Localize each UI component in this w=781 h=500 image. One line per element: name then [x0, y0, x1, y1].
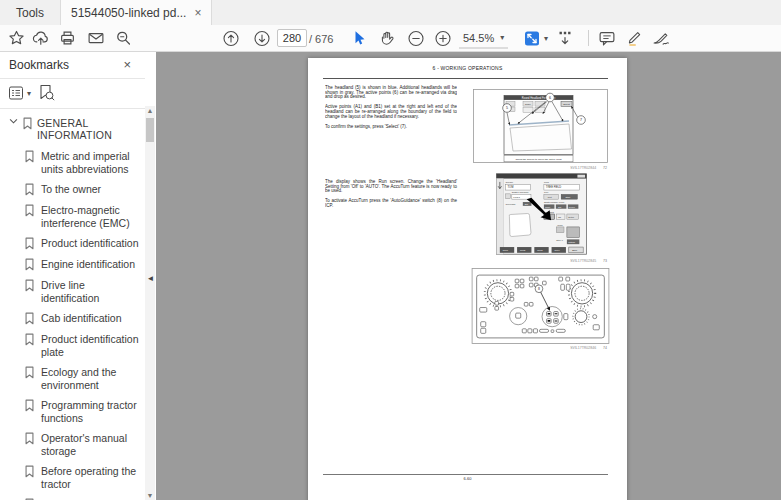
bookmark-label: Ecology and the environment: [41, 366, 145, 391]
fig2-work-label: Work: [557, 224, 563, 226]
bookmarks-panel: Bookmarks × ▾ GENERAL INFORMATION Metric…: [0, 52, 145, 500]
bookmark-item[interactable]: Cab identification: [24, 312, 145, 325]
pdf-page: 6 - WORKING OPERATIONS The headland (5) …: [308, 58, 627, 500]
chevron-down-icon: ▾: [500, 33, 504, 42]
bookmark-icon: [24, 366, 35, 379]
zoom-level-dropdown[interactable]: 54.5% ▾: [459, 28, 508, 49]
bookmark-root-label: GENERAL INFORMATION: [37, 117, 145, 141]
fill-and-sign-icon[interactable]: [652, 30, 672, 47]
bookmark-icon: [24, 333, 35, 346]
fig2-sm2: Edit: [558, 206, 562, 208]
chevron-expanded-icon[interactable]: [9, 117, 18, 126]
tab-document-label: 51544050-linked pd...: [71, 6, 186, 20]
bookmark-icon: [22, 117, 33, 130]
zoom-out-button[interactable]: [407, 30, 425, 47]
figure-number: 74: [603, 346, 607, 350]
bookmark-icon: [24, 183, 35, 196]
hand-tool-icon[interactable]: [379, 30, 396, 47]
fit-page-dropdown[interactable]: ▾: [523, 30, 548, 47]
bookmarks-header: Bookmarks ×: [0, 52, 145, 79]
bookmark-item[interactable]: Electro-magnetic interference (EMC): [24, 204, 145, 229]
fig2-edit: Edit: [525, 203, 529, 205]
figure1-id: SVIL17TR0284472: [308, 166, 607, 170]
page-running-header: 6 - WORKING OPERATIONS: [308, 65, 627, 71]
bookmarks-close-icon[interactable]: ×: [123, 57, 131, 72]
share-cloud-icon[interactable]: [32, 30, 50, 47]
scroll-down-arrow-icon[interactable]: ▼: [145, 492, 155, 499]
fig2-coverage-label: Coverage: [506, 203, 517, 205]
fig2-start: Start: [565, 196, 570, 198]
fig2-sm3: Record: [569, 206, 575, 208]
fig1-callout-6: 6: [549, 96, 551, 100]
bookmark-item[interactable]: Product identification: [24, 237, 145, 250]
figure-icp-panel: 8: [471, 268, 610, 344]
bookmarks-scrollbar[interactable]: ▲ ▼: [145, 106, 155, 500]
zoom-in-button[interactable]: [434, 30, 452, 47]
fig3-callout-8: 8: [538, 287, 540, 291]
bookmark-label: Cab identification: [41, 312, 145, 325]
panel-collapse-handle[interactable]: ◄: [145, 270, 156, 286]
search-icon[interactable]: [115, 30, 132, 47]
email-icon[interactable]: [87, 30, 105, 47]
content-area: Bookmarks × ▾ GENERAL INFORMATION Metric…: [0, 52, 781, 500]
bookmark-icon: [24, 465, 35, 478]
zoom-level-value: 54.5%: [463, 31, 494, 43]
page-number-input[interactable]: 280: [277, 29, 307, 47]
select-tool-icon[interactable]: [351, 30, 367, 47]
fig2-run1: Run1: [503, 249, 509, 251]
figure-code: SVIL17TR02844: [570, 166, 596, 170]
previous-page-button[interactable]: [222, 30, 240, 47]
scroll-up-arrow-icon[interactable]: ▲: [145, 107, 155, 114]
page-number-footer: 6-60: [308, 476, 627, 481]
fig2-setup-button: Setup: [568, 216, 575, 218]
bookmark-item[interactable]: Programming tractor functions: [24, 399, 145, 424]
body-text-column-2: The display shows the Run screen. Change…: [325, 179, 457, 213]
fig2-grower-value: TOM: [507, 185, 513, 189]
favorites-star-icon[interactable]: [8, 30, 25, 47]
bookmarks-title: Bookmarks: [9, 58, 69, 72]
bookmark-item[interactable]: Before operating the tractor: [24, 465, 145, 490]
scrollbar-thumb[interactable]: [146, 118, 154, 142]
tab-close-icon[interactable]: ×: [194, 6, 201, 20]
bookmarks-options-button[interactable]: ▾: [8, 85, 31, 101]
bookmark-label: Drive line identification: [41, 279, 145, 304]
comment-icon[interactable]: [598, 30, 616, 47]
highlighter-icon[interactable]: [626, 30, 644, 47]
tab-document[interactable]: 51544050-linked pd... ×: [60, 0, 212, 25]
fig1-caption: Touch the screen to move the active poin…: [515, 158, 561, 161]
paragraph: The display shows the Run screen. Change…: [325, 179, 457, 193]
bookmark-label: To the owner: [41, 183, 145, 196]
page-display-icon[interactable]: [556, 30, 574, 47]
bookmark-item[interactable]: Drive line identification: [24, 279, 145, 304]
fig1-callout-5: 5: [506, 106, 508, 110]
bookmark-icon: [24, 312, 35, 325]
bookmark-item[interactable]: Product identification plate: [24, 333, 145, 358]
bookmark-item[interactable]: Operator's manual storage: [24, 432, 145, 457]
bookmark-item[interactable]: To the owner: [24, 183, 145, 196]
print-icon[interactable]: [59, 30, 76, 47]
chevron-down-icon: ▾: [27, 89, 31, 98]
figure-run-screen: Grower TOM Field TREE FIELD Swath 1 Reco…: [496, 173, 587, 255]
figure-number: 73: [603, 259, 607, 263]
tab-tools[interactable]: Tools: [0, 0, 60, 25]
bookmark-label: Metric and imperial units abbreviations: [41, 150, 145, 175]
figure-headland-setup: Round Headland Field Setup Single Select…: [473, 89, 608, 163]
bookmark-item[interactable]: Ecology and the environment: [24, 366, 145, 391]
find-current-bookmark-button[interactable]: [38, 84, 55, 106]
bookmark-root-general-information[interactable]: GENERAL INFORMATION: [9, 117, 145, 141]
bookmark-item[interactable]: Metric and imperial units abbreviations: [24, 150, 145, 175]
bookmark-icon: [24, 258, 35, 271]
bookmark-label: Engine identification: [41, 258, 145, 271]
bookmarks-toolbar: ▾: [0, 79, 145, 109]
bookmark-icon: [24, 432, 35, 445]
bookmark-label: Electro-magnetic interference (EMC): [41, 204, 145, 229]
fig1-mode-value: Single: [525, 103, 532, 105]
next-page-button[interactable]: [253, 30, 271, 47]
bookmark-label: Before operating the tractor: [41, 465, 145, 490]
figure-code: SVIL17TR02846: [570, 346, 596, 350]
paragraph: The headland (5) is shown in blue. Addit…: [325, 85, 457, 99]
fig2-run4: Run4: [554, 249, 560, 251]
bookmark-item[interactable]: Engine identification: [24, 258, 145, 271]
document-pane[interactable]: 6 - WORKING OPERATIONS The headland (5) …: [156, 52, 781, 500]
bookmark-label: Operator's manual storage: [41, 432, 145, 457]
